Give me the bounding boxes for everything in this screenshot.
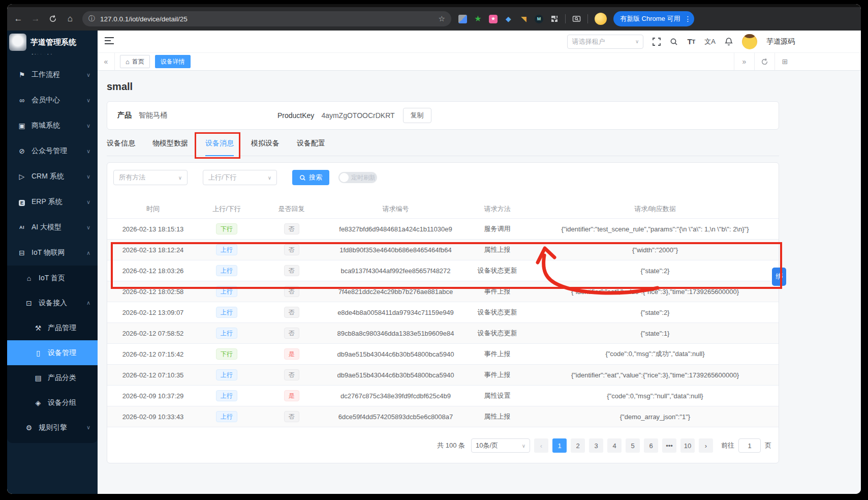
cell-time: 2026-02-13 18:12:24 xyxy=(107,246,199,254)
tab-device-config[interactable]: 设备配置 xyxy=(297,136,325,156)
layout-grid-icon[interactable]: ⊞ xyxy=(774,53,795,70)
notification-bell-icon[interactable] xyxy=(725,37,733,46)
sidebar-item-device-access[interactable]: ⊡ 设备接入 ∧ xyxy=(7,290,98,315)
table-row[interactable]: 2026-02-13 18:12:24 上行 否 1fd8b90f353e464… xyxy=(107,240,779,260)
tab-refresh-icon[interactable] xyxy=(754,53,774,70)
sidebar-item-rule-engine[interactable]: ⚙ 规则引擎 ∨ xyxy=(7,415,98,440)
iot-submenu: ⌂ IoT 首页 ⊡ 设备接入 ∧ ⚒ 产品管理 ▯ 设备管理 xyxy=(7,266,98,443)
tenant-select[interactable]: 请选择租户 ∨ xyxy=(567,35,643,49)
user-avatar[interactable] xyxy=(742,34,757,49)
fullscreen-icon[interactable] xyxy=(653,38,661,46)
reply-badge: 否 xyxy=(284,328,299,339)
refresh-icon[interactable] xyxy=(48,15,58,23)
sidebar: 芋道管理系统 ◔ 报表管理 ∨ ⚑ 工作流程 ∨ ∞ 会员中心 xyxy=(7,31,98,494)
cell-reply: 否 xyxy=(255,223,328,234)
ext-squares-icon[interactable] xyxy=(458,15,467,23)
sidebar-item-mall[interactable]: ▣ 商城系统 ∨ xyxy=(7,113,98,138)
search-icon[interactable] xyxy=(670,38,678,46)
chevron-down-icon: ∨ xyxy=(268,175,271,181)
pager-prev-button[interactable]: ‹ xyxy=(534,438,548,453)
phone-icon: ▯ xyxy=(34,349,43,357)
pager-page-button[interactable]: 1 xyxy=(552,438,567,453)
pager-page-button[interactable]: 2 xyxy=(571,438,585,453)
tab-device-message[interactable]: 设备消息 xyxy=(205,136,234,156)
sidebar-item-member[interactable]: ∞ 会员中心 ∨ xyxy=(7,87,98,113)
sidebar-item-crm[interactable]: ▷ CRM 系统 ∨ xyxy=(7,164,98,189)
translate-icon[interactable]: 文A xyxy=(704,37,716,46)
auto-refresh-label: 定时刷新 xyxy=(351,173,376,182)
pager-page-button[interactable]: 3 xyxy=(589,438,603,453)
auto-refresh-toggle[interactable]: 定时刷新 xyxy=(338,172,377,183)
pager-page-button[interactable]: 4 xyxy=(607,438,622,453)
copy-button[interactable]: 复制 xyxy=(403,108,431,123)
address-bar[interactable]: ⓘ 127.0.0.1/iot/device/detail/25 ☆ xyxy=(82,11,451,26)
table-row[interactable]: 2026-02-13 18:15:13 下行 否 fe8327bfd6d9484… xyxy=(107,219,779,240)
table-row[interactable]: 2026-02-12 18:03:26 上行 否 bca9137f43044af… xyxy=(107,260,779,281)
bookmark-star-icon[interactable]: ☆ xyxy=(439,14,445,23)
tab-thing-model-data[interactable]: 物模型数据 xyxy=(152,136,188,156)
sidebar-item-ai[interactable]: AI AI 大模型 ∨ xyxy=(7,215,98,240)
browser-menu-icon[interactable]: ⋮ xyxy=(684,15,691,23)
pager-next-button[interactable]: › xyxy=(699,438,713,453)
forward-icon[interactable]: → xyxy=(30,14,41,24)
chevron-down-icon: ∨ xyxy=(522,443,525,449)
screen-search-icon[interactable] xyxy=(572,15,581,23)
column-header: 请求/响应数据 xyxy=(532,204,779,214)
tabs-scroll-left-icon[interactable]: « xyxy=(98,53,115,70)
table-row[interactable]: 2026-02-12 07:58:52 上行 否 89cb8a8c980346d… xyxy=(107,323,779,344)
table-row[interactable]: 2026-02-12 13:09:07 上行 否 e8de4b8a0058411… xyxy=(107,302,779,323)
sidebar-item-iot[interactable]: ⊟ IoT 物联网 ∧ xyxy=(7,240,98,266)
sidebar-item-device-group[interactable]: ◈ 设备分组 xyxy=(7,390,98,415)
collapse-sidebar-icon[interactable] xyxy=(105,37,114,46)
method-select[interactable]: 所有方法 ∨ xyxy=(113,170,188,185)
sidebar-item-official-account[interactable]: ⊘ 公众号管理 ∨ xyxy=(7,138,98,164)
cell-request-id: 6dce59f4dd574205893dcb5e6c8008a7 xyxy=(328,413,463,421)
tab-home[interactable]: ⌂ 首页 xyxy=(120,55,150,68)
ext-drop-icon[interactable]: ◆ xyxy=(504,15,513,23)
chrome-update-button[interactable]: 有新版 Chrome 可用 ⋮ xyxy=(613,11,694,26)
tab-device-detail[interactable]: 设备详情 xyxy=(155,55,191,68)
pager-page-button[interactable]: 10 xyxy=(680,438,695,453)
direction-badge: 上行 xyxy=(216,307,237,318)
sidebar-item-label: ERP 系统 xyxy=(32,197,62,207)
search-button[interactable]: 搜索 xyxy=(292,170,329,185)
tab-simulate-device[interactable]: 模拟设备 xyxy=(251,136,280,156)
tab-device-info[interactable]: 设备信息 xyxy=(107,136,135,156)
table-row[interactable]: 2026-02-12 07:15:42 下行 是 db9ae515b43044c… xyxy=(107,344,779,365)
table-row[interactable]: 2026-02-12 18:02:58 上行 否 7f4e821ddc2e4c2… xyxy=(107,281,779,302)
sidebar-item-report-clipped[interactable]: ◔ 报表管理 ∨ xyxy=(7,54,98,62)
pager-more-button[interactable]: ••• xyxy=(662,438,676,453)
page-size-select[interactable]: 10条/页 ∨ xyxy=(471,438,530,453)
table-row[interactable]: 2026-02-09 10:37:29 上行 是 dc2767c875c348e… xyxy=(107,386,779,406)
direction-badge: 上行 xyxy=(216,265,237,276)
home-icon[interactable]: ⌂ xyxy=(65,14,75,24)
ext-star-icon[interactable]: ★ xyxy=(474,15,482,23)
site-info-icon[interactable]: ⓘ xyxy=(88,14,95,23)
tabs-scroll-right-icon[interactable]: » xyxy=(734,53,754,70)
floating-tag[interactable]: 绑 xyxy=(772,268,786,286)
extensions-puzzle-icon[interactable] xyxy=(550,15,559,23)
cell-direction: 上行 xyxy=(199,244,255,255)
back-icon[interactable]: ← xyxy=(13,14,23,24)
profile-avatar[interactable] xyxy=(595,13,607,25)
pager-page-button[interactable]: 6 xyxy=(644,438,658,453)
sidebar-item-product-management[interactable]: ⚒ 产品管理 xyxy=(7,315,98,340)
font-size-icon[interactable]: TT xyxy=(687,37,695,46)
ext-camera-icon[interactable]: ★ xyxy=(489,15,498,23)
pager-page-button[interactable]: 5 xyxy=(626,438,640,453)
sidebar-item-iot-home[interactable]: ⌂ IoT 首页 xyxy=(7,266,98,290)
app-logo[interactable]: 芋道管理系统 xyxy=(7,31,98,54)
table-row[interactable]: 2026-02-09 10:33:43 上行 否 6dce59f4dd57420… xyxy=(107,406,779,427)
ext-m-icon[interactable]: M xyxy=(535,15,543,23)
direction-select[interactable]: 上行/下行 ∨ xyxy=(203,170,277,185)
sidebar-item-label: 设备管理 xyxy=(48,348,76,358)
ext-broom-icon[interactable]: ◥ xyxy=(519,15,528,23)
goto-page-input[interactable] xyxy=(738,438,761,453)
sidebar-item-workflow[interactable]: ⚑ 工作流程 ∨ xyxy=(7,62,98,87)
sidebar-item-product-category[interactable]: ▤ 产品分类 xyxy=(7,365,98,390)
table-row[interactable]: 2026-02-12 07:10:35 上行 否 db9ae515b43044c… xyxy=(107,365,779,386)
sidebar-item-erp[interactable]: E ERP 系统 ∨ xyxy=(7,189,98,215)
cell-data: {"code":0,"msg":"成功","data":null} xyxy=(532,349,779,359)
sidebar-item-label: CRM 系统 xyxy=(32,172,64,181)
sidebar-item-device-management[interactable]: ▯ 设备管理 xyxy=(7,340,98,365)
